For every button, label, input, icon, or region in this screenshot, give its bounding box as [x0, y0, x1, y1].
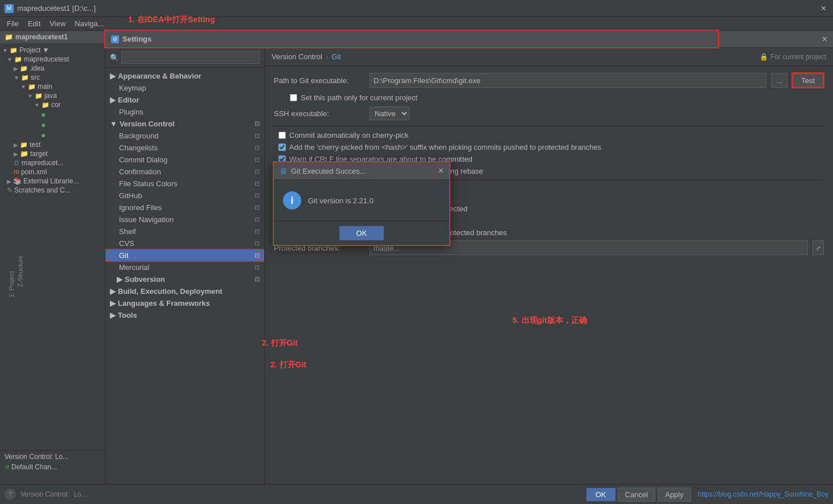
nav-changelists[interactable]: Changelists ⊡: [105, 142, 264, 154]
nav-build[interactable]: ▶ Build, Execution, Deployment: [105, 285, 264, 297]
project-tree[interactable]: ▼ 📁 Project ▼ ▼ 📁 mapreducetest ▶ 📁 .ide…: [0, 43, 105, 504]
git-dialog-title-text: Git Executed Succes...: [291, 167, 435, 175]
tree-pom[interactable]: m pom.xml: [0, 167, 105, 177]
nav-confirmation[interactable]: Confirmation ⊡: [105, 166, 264, 178]
nav-plugins[interactable]: Plugins: [105, 106, 264, 118]
git-path-label: Path to Git executable:: [274, 76, 365, 85]
nav-shelf[interactable]: Shelf ⊡: [105, 226, 264, 237]
nav-appearance[interactable]: ▶ Appearance & Behavior: [105, 70, 264, 82]
tree-idea[interactable]: ▶ 📁 .idea: [0, 64, 105, 73]
settings-nav: 🔍 ▶ Appearance & Behavior Keymap ▶ Edito…: [105, 48, 265, 484]
tree-file2[interactable]: ●: [0, 120, 105, 130]
nav-mercurial[interactable]: Mercurial ⊡: [105, 261, 264, 273]
nav-right-icon: ⊡: [255, 216, 260, 223]
xml-icon: m: [14, 168, 19, 176]
nav-label: Keymap: [119, 84, 146, 92]
menu-view[interactable]: View: [45, 18, 70, 29]
git-annotation-box: [105, 249, 264, 262]
project-header: 📁 mapreducetest1: [0, 31, 105, 43]
help-button[interactable]: ?: [5, 489, 16, 500]
nav-languages[interactable]: ▶ Languages & Frameworks: [105, 297, 264, 309]
menu-navigate[interactable]: Naviga...: [70, 18, 108, 29]
nav-git[interactable]: Git ⊡: [105, 249, 264, 261]
tree-arrow: ▼: [27, 93, 33, 99]
main-title: mapreducetest1 [D:\c...]: [17, 4, 96, 13]
nav-right-icon: ⊡: [255, 252, 260, 259]
tree-file1[interactable]: ●: [0, 109, 105, 120]
nav-file-status[interactable]: File Status Colors ⊡: [105, 178, 264, 190]
settings-search-input[interactable]: [121, 51, 260, 64]
git-path-input[interactable]: [370, 73, 766, 88]
nav-github[interactable]: GitHub ⊡: [105, 190, 264, 202]
tree-cor[interactable]: ▼ 📁 cor: [0, 100, 105, 109]
test-button[interactable]: Test: [792, 73, 824, 88]
for-project-label: For current project: [770, 53, 826, 61]
nav-editor[interactable]: ▶ Editor: [105, 94, 264, 106]
nav-arrow: ▶: [110, 96, 116, 104]
nav-issue-navigation[interactable]: Issue Navigation ⊡: [105, 214, 264, 226]
git-dialog-ok-button[interactable]: OK: [339, 226, 384, 240]
ssh-select[interactable]: Native Built-in: [370, 106, 409, 120]
settings-dialog: ⚙ Settings × 1. 在IDEA中打开Setting 🔍 ▶ Appe…: [105, 31, 833, 484]
tree-arrow: ▼: [7, 56, 13, 63]
tree-label: pom.xml: [21, 168, 47, 176]
tree-label: Project ▼: [19, 46, 50, 54]
app-icon: M: [5, 4, 14, 13]
menu-bar: File Edit View Naviga...: [0, 17, 833, 31]
add-suffix-checkbox[interactable]: [278, 144, 286, 151]
nav-version-control[interactable]: ▼ Version Control ⊡: [105, 118, 264, 130]
ok-button[interactable]: OK: [586, 488, 615, 501]
tree-project-root[interactable]: ▼ 📁 Project ▼: [0, 46, 105, 55]
nav-background[interactable]: Background ⊡: [105, 130, 264, 142]
tree-mapreducetest1[interactable]: ▼ 📁 mapreducetest: [0, 55, 105, 64]
main-title-bar: M mapreducetest1 [D:\c...] ×: [0, 0, 833, 17]
set-path-checkbox[interactable]: [290, 94, 297, 101]
tree-scratches[interactable]: ✎ Scratches and C...: [0, 186, 105, 195]
folder-icon: 📁: [10, 47, 18, 54]
tree-main[interactable]: ▼ 📁 main: [0, 82, 105, 91]
nav-label: Subversion: [125, 275, 165, 284]
nav-right-icon: ⊡: [255, 192, 260, 199]
nav-ignored-files[interactable]: Ignored Files ⊡: [105, 202, 264, 214]
commit-auto-checkbox[interactable]: [278, 132, 286, 139]
nav-label: Background: [119, 132, 158, 140]
cancel-button[interactable]: Cancel: [618, 487, 655, 502]
nav-tools[interactable]: ▶ Tools: [105, 309, 264, 321]
nav-cvs[interactable]: CVS ⊡: [105, 237, 264, 249]
tree-src[interactable]: ▼ 📁 src: [0, 73, 105, 82]
git-dialog-message: Git version is 2.21.0: [308, 196, 374, 205]
status-bar: ? Version Control: Lo... OK Cancel Apply…: [0, 484, 833, 504]
set-path-label: Set this path only for current project: [301, 93, 417, 102]
menu-file[interactable]: File: [2, 18, 23, 29]
ssh-label: SSH executable:: [274, 109, 365, 118]
nav-label: Confirmation: [119, 167, 161, 176]
git-dialog-close-button[interactable]: ×: [438, 166, 444, 176]
browse-button[interactable]: ...: [771, 73, 787, 88]
default-changelog[interactable]: Default Chan...: [11, 463, 57, 471]
project-folder-icon: 📁: [5, 33, 13, 41]
nav-keymap[interactable]: Keymap: [105, 82, 264, 94]
tree-test[interactable]: ▶ 📁 test: [0, 140, 105, 149]
nav-subversion[interactable]: ▶ Subversion ⊡: [105, 273, 264, 285]
protected-expand-button[interactable]: ⤢: [813, 240, 824, 255]
tree-java[interactable]: ▼ 📁 java: [0, 91, 105, 100]
menu-edit[interactable]: Edit: [23, 18, 45, 29]
annotation-step2: 2. 打开Git: [270, 360, 306, 370]
tree-mapreducet[interactable]: 🗋 mapreducet...: [0, 158, 105, 167]
vc-bottom: Version Control: Lo... ↺ Default Chan...: [0, 450, 105, 484]
folder-icon: 📁: [35, 92, 43, 100]
tree-arrow: ▶: [7, 178, 11, 185]
settings-close-button[interactable]: ×: [822, 34, 827, 44]
tree-arrow: ▼: [14, 75, 19, 81]
nav-arrow: ▶: [110, 299, 116, 308]
divider1: [274, 126, 824, 126]
tree-file3[interactable]: ●: [0, 130, 105, 140]
nav-label: Commit Dialog: [119, 155, 167, 164]
tree-external-libraries[interactable]: ▶ 📚 External Librarie...: [0, 177, 105, 186]
tree-target[interactable]: ▶ 📁 target: [0, 149, 105, 158]
nav-icon: ⊡: [255, 120, 260, 128]
apply-button[interactable]: Apply: [658, 487, 691, 502]
main-close-button[interactable]: ×: [819, 3, 828, 14]
nav-label: Tools: [118, 311, 137, 319]
nav-commit-dialog[interactable]: Commit Dialog ⊡: [105, 154, 264, 166]
